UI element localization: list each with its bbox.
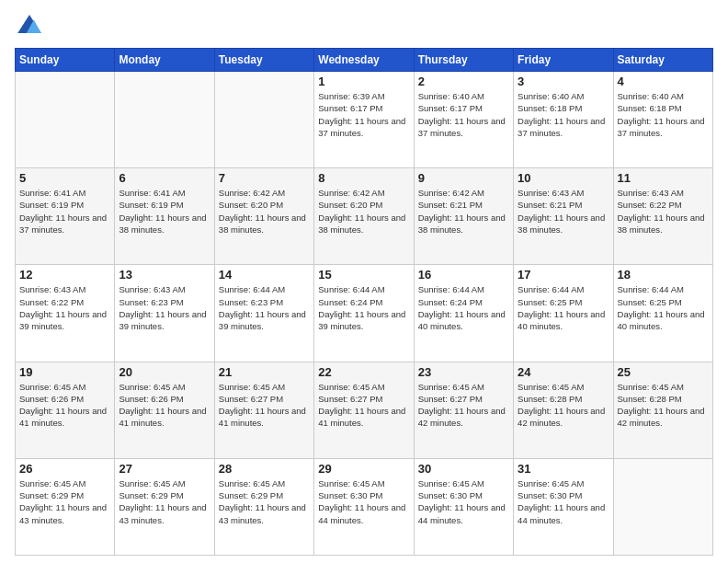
day-number-29: 29 xyxy=(318,462,409,476)
header-thursday: Thursday xyxy=(414,49,513,72)
day-info-12: Sunrise: 6:43 AM Sunset: 6:22 PM Dayligh… xyxy=(19,283,110,332)
day-info-21: Sunrise: 6:45 AM Sunset: 6:27 PM Dayligh… xyxy=(219,381,310,430)
day-number-3: 3 xyxy=(518,75,609,88)
week-row-4: 26Sunrise: 6:45 AM Sunset: 6:29 PM Dayli… xyxy=(16,458,713,555)
calendar-cell-3-1: 20Sunrise: 6:45 AM Sunset: 6:26 PM Dayli… xyxy=(115,362,214,458)
header xyxy=(15,11,713,40)
day-info-9: Sunrise: 6:42 AM Sunset: 6:21 PM Dayligh… xyxy=(418,187,509,236)
day-number-8: 8 xyxy=(318,171,409,185)
logo xyxy=(15,11,48,40)
day-info-31: Sunrise: 6:45 AM Sunset: 6:30 PM Dayligh… xyxy=(518,477,609,526)
day-number-4: 4 xyxy=(618,75,709,88)
day-info-2: Sunrise: 6:40 AM Sunset: 6:17 PM Dayligh… xyxy=(418,90,509,139)
header-saturday: Saturday xyxy=(613,49,712,72)
calendar-cell-2-3: 15Sunrise: 6:44 AM Sunset: 6:24 PM Dayli… xyxy=(314,265,414,362)
day-info-20: Sunrise: 6:45 AM Sunset: 6:26 PM Dayligh… xyxy=(119,381,210,430)
header-monday: Monday xyxy=(115,49,214,72)
page: SundayMondayTuesdayWednesdayThursdayFrid… xyxy=(0,0,728,563)
calendar-cell-0-1 xyxy=(115,72,214,168)
day-number-25: 25 xyxy=(618,365,709,379)
calendar-cell-1-4: 9Sunrise: 6:42 AM Sunset: 6:21 PM Daylig… xyxy=(414,168,513,265)
day-number-10: 10 xyxy=(518,171,609,185)
day-info-30: Sunrise: 6:45 AM Sunset: 6:30 PM Dayligh… xyxy=(418,477,509,526)
day-number-24: 24 xyxy=(518,365,609,379)
day-number-31: 31 xyxy=(518,462,609,476)
day-info-24: Sunrise: 6:45 AM Sunset: 6:28 PM Dayligh… xyxy=(518,381,609,430)
calendar-cell-4-6 xyxy=(613,458,712,555)
calendar-cell-0-3: 1Sunrise: 6:39 AM Sunset: 6:17 PM Daylig… xyxy=(314,72,414,168)
day-number-6: 6 xyxy=(119,171,210,185)
day-info-3: Sunrise: 6:40 AM Sunset: 6:18 PM Dayligh… xyxy=(518,90,609,139)
day-number-30: 30 xyxy=(418,462,509,476)
calendar-cell-3-4: 23Sunrise: 6:45 AM Sunset: 6:27 PM Dayli… xyxy=(414,362,513,458)
day-info-29: Sunrise: 6:45 AM Sunset: 6:30 PM Dayligh… xyxy=(318,477,409,526)
day-number-2: 2 xyxy=(418,75,509,88)
day-number-23: 23 xyxy=(418,365,509,379)
calendar-cell-1-5: 10Sunrise: 6:43 AM Sunset: 6:21 PM Dayli… xyxy=(514,168,613,265)
day-number-26: 26 xyxy=(19,462,110,476)
calendar-cell-4-0: 26Sunrise: 6:45 AM Sunset: 6:29 PM Dayli… xyxy=(16,458,115,555)
calendar-cell-3-3: 22Sunrise: 6:45 AM Sunset: 6:27 PM Dayli… xyxy=(314,362,414,458)
day-number-22: 22 xyxy=(318,365,409,379)
calendar-cell-2-1: 13Sunrise: 6:43 AM Sunset: 6:23 PM Dayli… xyxy=(115,265,214,362)
week-row-1: 5Sunrise: 6:41 AM Sunset: 6:19 PM Daylig… xyxy=(16,168,713,265)
calendar-cell-4-2: 28Sunrise: 6:45 AM Sunset: 6:29 PM Dayli… xyxy=(214,458,313,555)
day-info-26: Sunrise: 6:45 AM Sunset: 6:29 PM Dayligh… xyxy=(19,477,110,526)
day-number-16: 16 xyxy=(418,268,509,282)
day-info-15: Sunrise: 6:44 AM Sunset: 6:24 PM Dayligh… xyxy=(318,283,409,332)
week-row-0: 1Sunrise: 6:39 AM Sunset: 6:17 PM Daylig… xyxy=(16,72,713,168)
day-number-12: 12 xyxy=(19,268,110,282)
day-number-13: 13 xyxy=(119,268,210,282)
day-info-18: Sunrise: 6:44 AM Sunset: 6:25 PM Dayligh… xyxy=(618,283,709,332)
day-number-14: 14 xyxy=(219,268,310,282)
calendar-cell-4-1: 27Sunrise: 6:45 AM Sunset: 6:29 PM Dayli… xyxy=(115,458,214,555)
calendar-cell-0-4: 2Sunrise: 6:40 AM Sunset: 6:17 PM Daylig… xyxy=(414,72,513,168)
day-number-20: 20 xyxy=(119,365,210,379)
day-info-10: Sunrise: 6:43 AM Sunset: 6:21 PM Dayligh… xyxy=(518,187,609,236)
day-info-25: Sunrise: 6:45 AM Sunset: 6:28 PM Dayligh… xyxy=(618,381,709,430)
day-info-19: Sunrise: 6:45 AM Sunset: 6:26 PM Dayligh… xyxy=(19,381,110,430)
calendar-table: SundayMondayTuesdayWednesdayThursdayFrid… xyxy=(15,48,713,556)
day-info-11: Sunrise: 6:43 AM Sunset: 6:22 PM Dayligh… xyxy=(618,187,709,236)
day-info-7: Sunrise: 6:42 AM Sunset: 6:20 PM Dayligh… xyxy=(219,187,310,236)
calendar-cell-3-6: 25Sunrise: 6:45 AM Sunset: 6:28 PM Dayli… xyxy=(613,362,712,458)
day-info-5: Sunrise: 6:41 AM Sunset: 6:19 PM Dayligh… xyxy=(19,187,110,236)
week-row-3: 19Sunrise: 6:45 AM Sunset: 6:26 PM Dayli… xyxy=(16,362,713,458)
calendar-cell-4-3: 29Sunrise: 6:45 AM Sunset: 6:30 PM Dayli… xyxy=(314,458,414,555)
calendar-cell-1-0: 5Sunrise: 6:41 AM Sunset: 6:19 PM Daylig… xyxy=(16,168,115,265)
calendar-cell-1-6: 11Sunrise: 6:43 AM Sunset: 6:22 PM Dayli… xyxy=(613,168,712,265)
day-number-7: 7 xyxy=(219,171,310,185)
calendar-cell-2-4: 16Sunrise: 6:44 AM Sunset: 6:24 PM Dayli… xyxy=(414,265,513,362)
day-info-13: Sunrise: 6:43 AM Sunset: 6:23 PM Dayligh… xyxy=(119,283,210,332)
calendar-cell-0-5: 3Sunrise: 6:40 AM Sunset: 6:18 PM Daylig… xyxy=(514,72,613,168)
day-info-1: Sunrise: 6:39 AM Sunset: 6:17 PM Dayligh… xyxy=(318,90,409,139)
calendar-cell-1-1: 6Sunrise: 6:41 AM Sunset: 6:19 PM Daylig… xyxy=(115,168,214,265)
header-tuesday: Tuesday xyxy=(214,49,313,72)
day-info-27: Sunrise: 6:45 AM Sunset: 6:29 PM Dayligh… xyxy=(119,477,210,526)
day-number-19: 19 xyxy=(19,365,110,379)
day-info-14: Sunrise: 6:44 AM Sunset: 6:23 PM Dayligh… xyxy=(219,283,310,332)
calendar-header-row: SundayMondayTuesdayWednesdayThursdayFrid… xyxy=(16,49,713,72)
day-info-22: Sunrise: 6:45 AM Sunset: 6:27 PM Dayligh… xyxy=(318,381,409,430)
header-sunday: Sunday xyxy=(16,49,115,72)
calendar-cell-4-4: 30Sunrise: 6:45 AM Sunset: 6:30 PM Dayli… xyxy=(414,458,513,555)
calendar-cell-1-3: 8Sunrise: 6:42 AM Sunset: 6:20 PM Daylig… xyxy=(314,168,414,265)
calendar-cell-0-2 xyxy=(214,72,313,168)
day-number-9: 9 xyxy=(418,171,509,185)
day-number-5: 5 xyxy=(19,171,110,185)
day-info-16: Sunrise: 6:44 AM Sunset: 6:24 PM Dayligh… xyxy=(418,283,509,332)
day-number-27: 27 xyxy=(119,462,210,476)
day-info-28: Sunrise: 6:45 AM Sunset: 6:29 PM Dayligh… xyxy=(219,477,310,526)
calendar-cell-2-0: 12Sunrise: 6:43 AM Sunset: 6:22 PM Dayli… xyxy=(16,265,115,362)
day-number-18: 18 xyxy=(618,268,709,282)
day-number-17: 17 xyxy=(518,268,609,282)
logo-icon xyxy=(15,11,44,40)
header-wednesday: Wednesday xyxy=(314,49,414,72)
calendar-cell-0-6: 4Sunrise: 6:40 AM Sunset: 6:18 PM Daylig… xyxy=(613,72,712,168)
calendar-cell-2-6: 18Sunrise: 6:44 AM Sunset: 6:25 PM Dayli… xyxy=(613,265,712,362)
day-number-11: 11 xyxy=(618,171,709,185)
day-info-23: Sunrise: 6:45 AM Sunset: 6:27 PM Dayligh… xyxy=(418,381,509,430)
calendar-cell-1-2: 7Sunrise: 6:42 AM Sunset: 6:20 PM Daylig… xyxy=(214,168,313,265)
day-info-6: Sunrise: 6:41 AM Sunset: 6:19 PM Dayligh… xyxy=(119,187,210,236)
day-number-21: 21 xyxy=(219,365,310,379)
